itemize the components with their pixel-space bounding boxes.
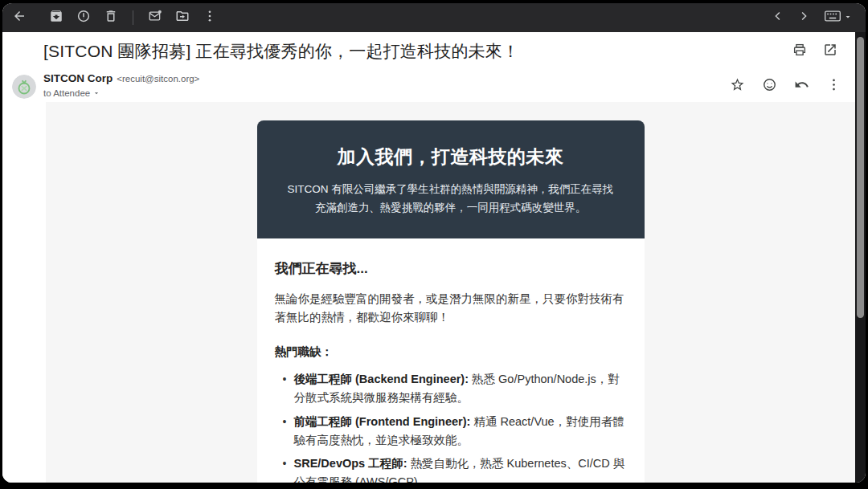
body-intro: 無論你是經驗豐富的開發者，或是潛力無限的新星，只要你對技術有著無比的熱情，都歡迎… xyxy=(275,290,627,328)
job-title: 後端工程師 (Backend Engineer): xyxy=(294,373,469,385)
toolbar-more-button[interactable] xyxy=(198,6,222,30)
email-subject: [SITCON 團隊招募] 正在尋找優秀的你，一起打造科技的未來！ xyxy=(43,40,789,63)
email-paper: 我們正在尋找... 無論你是經驗豐富的開發者，或是潛力無限的新星，只要你對技術有… xyxy=(257,238,645,483)
scrollbar-thumb[interactable] xyxy=(857,37,864,318)
delete-icon xyxy=(104,9,118,26)
previous-email-button[interactable] xyxy=(766,6,790,30)
scrollbar-track[interactable] xyxy=(855,32,866,483)
archive-button[interactable] xyxy=(44,6,68,30)
message-actions xyxy=(727,75,844,96)
move-to-button[interactable] xyxy=(170,6,194,30)
dropdown-caret-icon xyxy=(843,10,853,25)
emoji-reaction-icon xyxy=(762,77,777,96)
back-button[interactable] xyxy=(7,6,31,30)
toolbar-divider xyxy=(133,10,133,25)
email-hero-card: 加入我們，打造科技的未來 SITCON 有限公司繼承了學生社群的熱情與開源精神，… xyxy=(257,120,645,238)
print-button[interactable] xyxy=(789,41,810,62)
email-client-window: [SITCON 團隊招募] 正在尋找優秀的你，一起打造科技的未來！ xyxy=(2,3,866,483)
job-title: SRE/DevOps 工程師: xyxy=(294,457,407,470)
mark-unread-button[interactable] xyxy=(143,6,167,30)
message-view: [SITCON 團隊招募] 正在尋找優秀的你，一起打造科技的未來！ xyxy=(2,32,855,483)
input-method-button[interactable] xyxy=(824,9,853,26)
toolbar-right-group xyxy=(766,6,853,30)
dropdown-caret-icon xyxy=(90,86,100,100)
sender-address: <recuit@sitcon.org> xyxy=(117,74,199,84)
mark-unread-icon xyxy=(148,9,162,26)
job-title: 前端工程師 (Frontend Engineer): xyxy=(294,415,471,428)
message-more-button[interactable] xyxy=(823,75,844,96)
job-item: SRE/DevOps 工程師: 熱愛自動化，熟悉 Kubernetes、CI/C… xyxy=(283,454,627,483)
open-in-new-icon xyxy=(823,43,837,60)
toolbar-left-group xyxy=(44,6,222,30)
sender-row: SITCON Corp <recuit@sitcon.org> to Atten… xyxy=(2,71,855,102)
recipient-dropdown[interactable]: to Attendee xyxy=(43,86,199,100)
more-vert-icon xyxy=(826,77,841,96)
jobs-label: 熱門職缺： xyxy=(275,344,627,360)
sender-name: SITCON Corp xyxy=(43,72,113,84)
star-icon xyxy=(730,77,745,96)
open-in-new-button[interactable] xyxy=(820,41,841,62)
next-email-icon xyxy=(796,9,811,26)
subject-actions xyxy=(789,41,841,62)
star-button[interactable] xyxy=(727,75,747,96)
recipient-label: to Attendee xyxy=(43,88,90,98)
sender-avatar[interactable] xyxy=(12,75,36,99)
keyboard-icon xyxy=(824,9,841,26)
emoji-reaction-button[interactable] xyxy=(759,75,780,96)
archive-icon xyxy=(49,9,63,26)
job-item: 前端工程師 (Frontend Engineer): 精通 React/Vue，… xyxy=(283,413,627,450)
report-spam-icon xyxy=(76,9,91,26)
report-spam-button[interactable] xyxy=(72,6,96,30)
email-document: 加入我們，打造科技的未來 SITCON 有限公司繼承了學生社群的熱情與開源精神，… xyxy=(257,120,645,483)
email-body-area: 加入我們，打造科技的未來 SITCON 有限公司繼承了學生社群的熱情與開源精神，… xyxy=(2,102,855,483)
move-to-icon xyxy=(175,9,190,26)
reply-button[interactable] xyxy=(791,75,812,96)
delete-button[interactable] xyxy=(99,6,123,30)
subject-row: [SITCON 團隊招募] 正在尋找優秀的你，一起打造科技的未來！ xyxy=(2,32,855,71)
more-options-icon xyxy=(203,9,217,26)
reply-icon xyxy=(794,77,809,96)
hero-title: 加入我們，打造科技的未來 xyxy=(286,145,616,169)
email-canvas: 加入我們，打造科技的未來 SITCON 有限公司繼承了學生社群的熱情與開源精神，… xyxy=(46,102,855,483)
jobs-list: 後端工程師 (Backend Engineer): 熟悉 Go/Python/N… xyxy=(275,370,627,483)
next-email-button[interactable] xyxy=(792,6,816,30)
print-icon xyxy=(792,43,807,60)
sender-info: SITCON Corp <recuit@sitcon.org> to Atten… xyxy=(43,72,199,100)
body-heading: 我們正在尋找... xyxy=(275,259,627,278)
hero-subtitle: SITCON 有限公司繼承了學生社群的熱情與開源精神，我們正在尋找充滿創造力、熱… xyxy=(286,181,616,218)
toolbar xyxy=(2,3,866,32)
job-item: 後端工程師 (Backend Engineer): 熟悉 Go/Python/N… xyxy=(283,370,627,407)
back-icon xyxy=(12,9,27,26)
previous-email-icon xyxy=(771,9,785,26)
